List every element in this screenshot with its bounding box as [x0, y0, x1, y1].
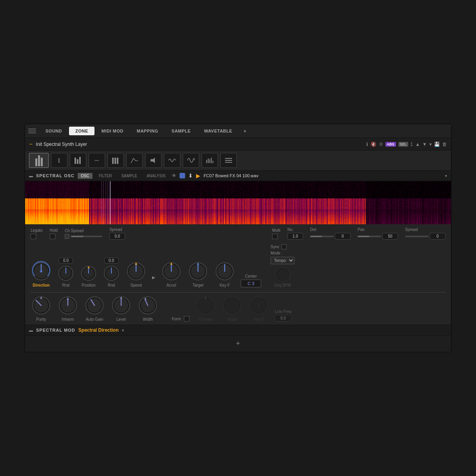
inharm-knob-group: Inharm — [57, 295, 78, 322]
tab-analysis[interactable]: ANALYSIS — [144, 173, 169, 179]
rnd1-value[interactable]: 0.0 — [59, 258, 73, 263]
keyf2-label: Key F — [254, 317, 264, 322]
accel-label: Accel — [167, 283, 176, 287]
collapse-spectral-mod-button[interactable]: ▬ — [29, 328, 33, 332]
spectral-mod-value: Spectral Direction — [78, 327, 119, 333]
add-row[interactable]: + — [25, 336, 451, 352]
speed-knob[interactable] — [125, 261, 147, 282]
rnd2-value[interactable]: 0.0 — [104, 258, 118, 263]
instrument-line-button[interactable]: ─ — [89, 153, 105, 168]
svg-point-17 — [40, 270, 42, 273]
midi-icon[interactable]: ③ — [379, 142, 383, 147]
svg-rect-11 — [213, 161, 213, 163]
info-icon[interactable]: ℹ — [366, 142, 368, 147]
det-value[interactable]: 0 — [335, 233, 351, 240]
tab-sound[interactable]: SOUND — [39, 127, 68, 135]
level-knob[interactable] — [111, 295, 132, 316]
multi-group: Multi — [272, 228, 280, 239]
instrument-envelope-button[interactable] — [126, 153, 143, 168]
waveform-display[interactable] — [25, 181, 451, 224]
ch-spread-track[interactable] — [71, 236, 102, 237]
keyf-knob[interactable] — [214, 261, 235, 282]
play-icon[interactable]: ▶ — [196, 173, 200, 179]
tab-zone[interactable]: ZONE — [69, 127, 94, 135]
move-down-icon[interactable]: ▼ — [422, 142, 427, 147]
instrument-wave-button[interactable] — [164, 153, 180, 168]
instrument-bars-button[interactable] — [70, 153, 86, 168]
center-label: Center — [245, 274, 257, 278]
width-label: Width — [143, 317, 153, 322]
preset-minus-button[interactable]: − — [29, 141, 33, 148]
instrument-list-button[interactable] — [220, 153, 237, 168]
abs-badge[interactable]: ABS — [385, 142, 396, 147]
inharm-knob[interactable] — [57, 295, 78, 316]
move-up-icon[interactable]: ▲ — [415, 142, 420, 147]
mode-label: Mode — [271, 251, 294, 255]
rnd1-knob[interactable] — [57, 265, 74, 282]
spectral-mod-dropdown-arrow[interactable]: ▾ — [122, 328, 124, 332]
orig-bpm-label: Orig BPM — [274, 283, 291, 287]
hold-label: Hold — [50, 228, 58, 233]
filename-dropdown-arrow[interactable]: ▾ — [445, 174, 447, 178]
rnd1-knob-group: 0.0 Rnd — [57, 258, 74, 287]
instrument-volume-button[interactable] — [145, 153, 162, 168]
multi-checkbox[interactable] — [272, 234, 278, 239]
tab-filter[interactable]: FILTER — [96, 173, 115, 179]
mute-icon[interactable]: 🔇 — [371, 142, 376, 147]
tab-osc[interactable]: OSC — [78, 173, 93, 179]
svg-rect-8 — [208, 158, 209, 163]
eye-icon[interactable]: 👁 — [172, 173, 176, 178]
legato-checkbox[interactable] — [31, 234, 36, 239]
sync-checkbox[interactable] — [282, 244, 287, 249]
target-knob[interactable] — [187, 261, 209, 282]
det-group: Det 0 — [310, 227, 351, 240]
mode-select[interactable]: Tempo — [271, 257, 294, 264]
form-checkbox[interactable] — [184, 316, 189, 322]
add-tab-button[interactable]: + — [239, 126, 250, 136]
rnd2-knob-group: 0.0 Rnd — [103, 258, 120, 287]
direction-knob[interactable] — [31, 261, 52, 282]
position-knob[interactable] — [80, 265, 97, 282]
width-knob[interactable] — [137, 295, 158, 316]
instrument-vertical-button[interactable]: ⫿ — [51, 153, 67, 168]
rnd2-knob[interactable] — [103, 265, 120, 282]
load-icon[interactable]: ⬇ — [188, 173, 193, 179]
spread-label: Spread — [109, 227, 122, 232]
purity-knob[interactable] — [31, 295, 52, 316]
instrument-spectrum-button[interactable] — [202, 153, 218, 168]
app-window: SOUND ZONE MIDI MOD MAPPING SAMPLE WAVET… — [24, 124, 452, 352]
svg-point-53 — [198, 298, 213, 312]
add-button[interactable]: + — [236, 340, 240, 348]
instrument-layers-button[interactable] — [29, 153, 49, 168]
accel-knob[interactable] — [161, 261, 182, 282]
color-swatch[interactable] — [180, 173, 185, 178]
tab-sample-osc[interactable]: SAMPLE — [118, 173, 140, 179]
auto-gain-knob-group: Auto Gain — [84, 295, 105, 322]
auto-gain-knob[interactable] — [84, 295, 105, 316]
tab-wavetable[interactable]: WAVETABLE — [198, 127, 238, 135]
det-track[interactable] — [310, 236, 334, 237]
save-icon[interactable]: 💾 — [434, 142, 440, 147]
ch-spread-checkbox[interactable] — [65, 234, 69, 239]
expand-icon[interactable]: ▾ — [429, 142, 432, 147]
pan-value[interactable]: 50 — [382, 233, 398, 240]
spread2-value[interactable]: 0 — [430, 233, 445, 240]
tab-mapping[interactable]: MAPPING — [131, 127, 165, 135]
window-menu[interactable] — [28, 127, 36, 135]
delete-icon[interactable]: 🗑 — [442, 142, 447, 147]
collapse-spectral-osc-button[interactable]: ▬ — [29, 174, 33, 178]
spread-value[interactable]: 0.0 — [109, 233, 125, 240]
sel-badge[interactable]: SEL — [398, 142, 408, 147]
spread2-track[interactable] — [405, 236, 429, 237]
pan-track[interactable] — [358, 236, 381, 237]
no-value[interactable]: 1.0 — [287, 233, 303, 240]
form-label: Form — [172, 317, 181, 321]
instrument-wave2-button[interactable] — [183, 153, 199, 168]
center-value[interactable]: C 3 — [241, 280, 261, 287]
instrument-grid-button[interactable] — [107, 153, 124, 168]
purity-knob-group: Purity — [31, 295, 52, 322]
tab-sample[interactable]: SAMPLE — [165, 127, 197, 135]
hold-group: Hold — [50, 228, 58, 239]
hold-checkbox[interactable] — [50, 234, 55, 239]
tab-midi-mod[interactable]: MIDI MOD — [95, 127, 130, 135]
